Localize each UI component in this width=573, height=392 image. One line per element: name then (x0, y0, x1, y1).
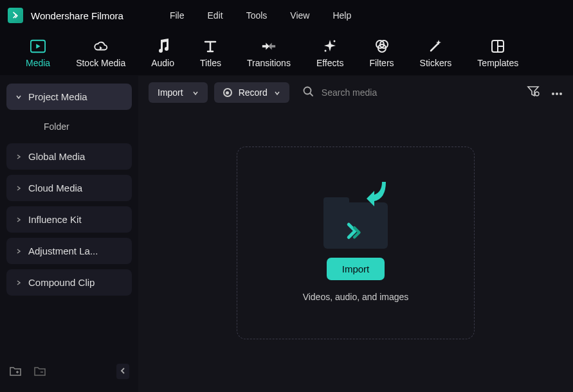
drop-zone-wrap: Import Videos, audio, and images (138, 109, 573, 392)
import-dropdown-label: Import (158, 87, 183, 98)
music-note-icon (155, 39, 170, 54)
drop-zone[interactable]: Import Videos, audio, and images (237, 147, 475, 339)
menu-help[interactable]: Help (332, 10, 351, 21)
main-panel: Import Record (138, 76, 573, 392)
filter-button[interactable] (527, 85, 540, 100)
menu-edit[interactable]: Edit (208, 10, 223, 21)
new-folder-button[interactable] (9, 366, 22, 377)
svg-point-2 (325, 49, 327, 51)
menu-file[interactable]: File (170, 10, 185, 21)
menubar: File Edit Tools View Help (170, 10, 351, 21)
svg-point-13 (559, 93, 562, 95)
tab-filters[interactable]: Filters (369, 39, 394, 68)
sidebar-item-global-media[interactable]: Global Media (6, 143, 132, 170)
sidebar-item-label: Influence Kit (28, 214, 82, 225)
svg-point-1 (334, 40, 336, 42)
toolbar-right (527, 85, 563, 100)
chevron-right-icon (15, 248, 22, 254)
svg-point-12 (556, 93, 558, 95)
tab-label: Audio (151, 58, 174, 68)
sidebar-footer (6, 359, 132, 384)
tab-effects[interactable]: Effects (316, 39, 344, 68)
chevron-down-icon (274, 87, 280, 98)
content-area: Project Media Folder Global Media Cloud … (0, 76, 573, 392)
collapse-sidebar-button[interactable] (116, 364, 129, 379)
sidebar-item-project-media[interactable]: Project Media (6, 84, 132, 110)
chevron-right-icon (15, 217, 22, 223)
app-title: Wondershare Filmora (31, 10, 123, 21)
menu-tools[interactable]: Tools (246, 10, 268, 21)
svg-point-10 (535, 92, 539, 96)
tab-label: Titles (200, 58, 221, 68)
text-icon (203, 39, 218, 54)
search-input[interactable] (322, 87, 424, 98)
more-options-button[interactable] (551, 87, 563, 98)
media-icon (30, 39, 46, 54)
record-dropdown-label: Record (239, 87, 268, 98)
sidebar-item-cloud-media[interactable]: Cloud Media (6, 175, 132, 201)
sidebar-item-label: Project Media (28, 91, 87, 102)
import-button[interactable]: Import (327, 258, 385, 280)
chevron-down-icon (192, 87, 199, 98)
sidebar-list: Project Media Folder Global Media Cloud … (6, 84, 132, 359)
tab-transitions[interactable]: Transitions (247, 39, 291, 68)
remove-folder-button[interactable] (33, 366, 46, 377)
chevron-right-icon (15, 154, 22, 160)
tab-label: Effects (316, 58, 344, 68)
tab-label: Media (26, 58, 50, 68)
tab-media[interactable]: Media (26, 39, 50, 68)
sparkle-icon (322, 39, 338, 54)
sidebar-item-compound-clip[interactable]: Compound Clip (6, 269, 132, 296)
search-wrap (296, 85, 520, 100)
tab-label: Transitions (247, 58, 291, 68)
toolbar: Import Record (138, 76, 573, 109)
chevron-down-icon (15, 94, 22, 100)
menu-view[interactable]: View (290, 10, 309, 21)
tab-stickers[interactable]: Stickers (420, 39, 452, 68)
wand-icon (428, 39, 443, 54)
filters-icon (374, 39, 390, 54)
tab-audio[interactable]: Audio (151, 39, 174, 68)
tab-stock-media[interactable]: Stock Media (76, 39, 125, 68)
record-icon (223, 88, 232, 97)
tab-label: Templates (477, 58, 518, 68)
import-illustration-icon (320, 184, 391, 249)
record-dropdown[interactable]: Record (214, 82, 289, 103)
tabbar: Media Stock Media Audio Titles Transitio… (0, 31, 573, 76)
cloud-icon (93, 39, 109, 54)
sidebar-item-label: Global Media (28, 151, 85, 162)
titlebar: Wondershare Filmora File Edit Tools View… (0, 0, 573, 31)
sidebar-item-influence-kit[interactable]: Influence Kit (6, 206, 132, 233)
transitions-icon (261, 39, 277, 54)
tab-label: Filters (369, 58, 394, 68)
tab-label: Stock Media (76, 58, 125, 68)
chevron-right-icon (15, 185, 22, 192)
sidebar-item-label: Adjustment La... (28, 245, 98, 256)
import-dropdown[interactable]: Import (149, 82, 208, 103)
sidebar: Project Media Folder Global Media Cloud … (0, 76, 138, 392)
tab-templates[interactable]: Templates (477, 39, 518, 68)
svg-point-11 (552, 93, 554, 95)
search-icon (302, 85, 314, 100)
sidebar-item-adjustment-layer[interactable]: Adjustment La... (6, 238, 132, 264)
app-logo-icon (8, 8, 23, 23)
sidebar-sub-folder[interactable]: Folder (6, 115, 132, 138)
chevron-right-icon (15, 280, 22, 286)
sidebar-item-label: Compound Clip (28, 277, 95, 288)
templates-icon (490, 39, 505, 54)
sidebar-sub-label: Folder (44, 121, 69, 132)
drop-zone-caption: Videos, audio, and images (303, 292, 409, 302)
sidebar-item-label: Cloud Media (28, 183, 82, 193)
tab-label: Stickers (420, 58, 452, 68)
tab-titles[interactable]: Titles (200, 39, 221, 68)
